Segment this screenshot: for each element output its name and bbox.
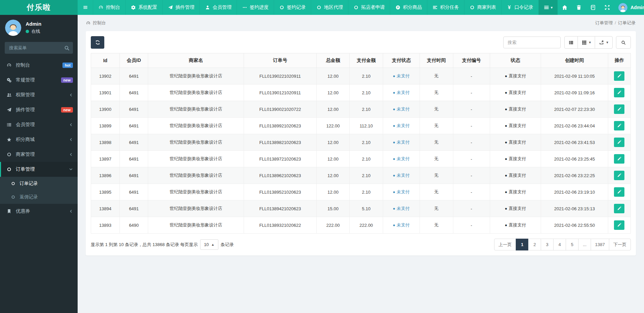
edit-button[interactable] — [614, 121, 624, 130]
sidebar-item-dashboard[interactable]: 控制台hot — [0, 58, 78, 73]
sidebar-item-points-mall[interactable]: 积分商城 — [0, 132, 78, 147]
cell-order-no: FLL01389421020623 — [244, 200, 317, 217]
edit-button[interactable] — [614, 204, 624, 213]
topnav-item-points-tasks[interactable]: 积分任务 — [427, 0, 464, 15]
search-icon[interactable] — [64, 45, 70, 51]
pay-status-link[interactable]: ●未支付 — [393, 222, 410, 227]
page-size-dropdown[interactable]: 10 ▲ — [200, 239, 218, 250]
pay-status-link[interactable]: ●未支付 — [393, 106, 410, 112]
pencil-icon — [617, 206, 621, 211]
sidebar-item-coupon[interactable]: 优惠券 — [0, 204, 78, 219]
pagination: 上一页12345...1387下一页 — [494, 239, 631, 250]
pay-status-link[interactable]: ●未支付 — [393, 173, 410, 178]
nav-list-dropdown[interactable]: ▾ — [539, 0, 558, 15]
topnav-item-sidebar-toggle[interactable] — [78, 0, 93, 15]
notebook-button[interactable] — [586, 0, 600, 15]
trash-button[interactable] — [572, 0, 586, 15]
sidebar-item-label: 控制台 — [16, 62, 30, 68]
column-header: 会员ID — [119, 53, 148, 68]
breadcrumb[interactable]: 控制台 — [86, 20, 106, 26]
pay-status-link[interactable]: ●未支付 — [393, 73, 410, 78]
next-page-button[interactable]: 下一页 — [609, 239, 631, 250]
sidebar-item-plugin-manage[interactable]: 插件管理new — [0, 102, 78, 117]
topnav-item-label: 商家列表 — [477, 4, 496, 10]
page-button[interactable]: 3 — [541, 239, 554, 250]
edit-button[interactable] — [614, 220, 624, 230]
sidebar-item-permission-manage[interactable]: 权限管理 — [0, 88, 78, 102]
detail-view-button[interactable] — [564, 36, 578, 49]
prev-page-button[interactable]: 上一页 — [494, 239, 516, 250]
refresh-button[interactable] — [91, 36, 104, 49]
page-button[interactable]: 2 — [529, 239, 541, 250]
edit-button[interactable] — [614, 88, 624, 97]
edit-button[interactable] — [614, 187, 624, 197]
cell-total: 12.00 — [317, 101, 350, 118]
badge: new — [61, 77, 73, 83]
sidebar-item-merchant-manage[interactable]: 商家管理 — [0, 147, 78, 162]
search-button[interactable] — [616, 36, 631, 49]
topnav-item-contract-progress[interactable]: 签约进度 — [237, 0, 274, 15]
edit-button[interactable] — [614, 104, 624, 114]
gauge-icon — [86, 21, 90, 25]
pay-status-link[interactable]: ●未支付 — [393, 206, 410, 211]
edit-button[interactable] — [614, 138, 624, 147]
cell-id: 13900 — [91, 101, 120, 118]
toolbar-right: ▾▾ — [503, 36, 631, 49]
home-button[interactable] — [558, 0, 572, 15]
table-search-input[interactable] — [503, 37, 561, 48]
topnav-item-contract-records[interactable]: 签约记录 — [274, 0, 311, 15]
page-button[interactable]: 1 — [516, 239, 529, 250]
column-header: 状态 — [490, 53, 541, 68]
page-button[interactable]: 5 — [566, 239, 579, 250]
ring-icon — [469, 5, 475, 10]
sidebar-item-label: 积分商城 — [16, 137, 35, 143]
topnav-item-member-manage[interactable]: 会员管理 — [200, 0, 237, 15]
sidebar-subitem-rebate-records[interactable]: 返佣记录 — [0, 190, 78, 204]
sidebar-item-member-manage[interactable]: 会员管理 — [0, 117, 78, 132]
topnav-item-points-goods[interactable]: P积分商品 — [390, 0, 427, 15]
cell-paid: 2.10 — [349, 151, 383, 167]
topnav-item-region-agent[interactable]: 地区代理 — [311, 0, 348, 15]
cell-status: ●直接支付 — [490, 101, 541, 118]
breadcrumb-parent[interactable]: 订单管理 — [595, 20, 613, 25]
sidebar-item-order-manage[interactable]: 订单管理 — [0, 162, 78, 177]
edit-button[interactable] — [614, 154, 624, 164]
brand-logo[interactable]: 付乐啦 — [0, 0, 78, 15]
cell-status: ●直接支付 — [490, 68, 541, 85]
pay-status-link[interactable]: ●未支付 — [393, 140, 410, 145]
cell-total: 122.00 — [317, 118, 350, 134]
ring-icon — [353, 5, 358, 10]
pay-status-link[interactable]: ●未支付 — [393, 156, 410, 161]
edit-button[interactable] — [614, 71, 624, 81]
orders-table: Id会员ID商家名订单号总金额支付金额支付状态支付时间支付编号状态创建时间操作 … — [91, 53, 631, 234]
fullscreen-button[interactable] — [600, 0, 614, 15]
admin-user-menu[interactable]: Admin — [614, 0, 644, 15]
topnav-item-merchant-list[interactable]: 商家列表 — [464, 0, 502, 15]
page-button[interactable]: 4 — [554, 239, 566, 250]
pay-status-link[interactable]: ●未支付 — [393, 189, 410, 194]
cell-total: 12.00 — [317, 184, 350, 200]
expand-icon — [605, 5, 610, 10]
topnav-item-password-records[interactable]: 口令记录 — [502, 0, 539, 15]
page-ellipsis[interactable]: ... — [579, 239, 591, 250]
cell-status: ●直接支付 — [490, 151, 541, 167]
topnav-item-dashboard[interactable]: 控制台 — [93, 0, 126, 15]
export-button[interactable]: ▾ — [595, 36, 613, 49]
cell-merchant: 世纪陆壹捌美妆形象设计店 — [148, 134, 244, 151]
cell-paid: 222.00 — [349, 217, 383, 234]
page-button[interactable]: 1387 — [591, 239, 609, 250]
pay-status-link[interactable]: ●未支付 — [393, 90, 410, 95]
topnav-item-system-config[interactable]: 系统配置 — [126, 0, 163, 15]
topnav-item-shop-apply[interactable]: 拓店者申请 — [348, 0, 390, 15]
edit-button[interactable] — [614, 171, 624, 180]
pay-status-link[interactable]: ●未支付 — [393, 123, 410, 128]
sidebar-subitem-order-records[interactable]: 订单记录 — [0, 177, 78, 190]
topnav-item-plugin-manage[interactable]: 插件管理 — [163, 0, 200, 15]
cell-created: 2021-02-09 11:10:05 — [541, 68, 608, 85]
sidebar-search-input[interactable] — [5, 42, 73, 54]
sidebar-item-general-manage[interactable]: 常规管理new — [0, 73, 78, 88]
columns-button[interactable]: ▾ — [578, 36, 595, 49]
cell-pay-no: - — [453, 134, 490, 151]
sidebar-user-panel: Admin 在线 — [0, 15, 78, 40]
cell-pay-time: 无 — [420, 68, 453, 85]
